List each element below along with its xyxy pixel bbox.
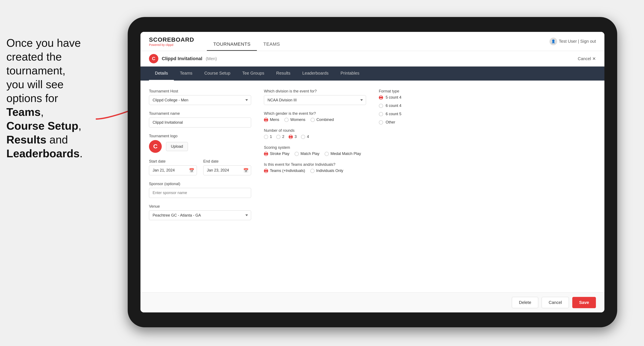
sub-nav: Details Teams Course Setup Tee Groups Re…	[140, 66, 604, 81]
form-footer: Delete Cancel Save	[140, 292, 604, 312]
date-row: Start date 📅 End date 📅	[149, 159, 251, 182]
breadcrumb-bar: C Clippd Invitational (Men) Cancel ✕	[140, 51, 604, 66]
intro-text: Once you have created the tournament, yo…	[0, 28, 119, 169]
rounds-radio-group: 1 2 3 4	[264, 135, 366, 139]
tournament-icon: C	[149, 54, 158, 63]
delete-button[interactable]: Delete	[512, 297, 538, 308]
cancel-button[interactable]: Cancel ✕	[578, 56, 596, 61]
teams-plus-dot	[264, 169, 268, 173]
scoring-group: Scoring system Stroke Play Match Play	[264, 145, 366, 156]
scoring-medal-match[interactable]: Medal Match Play	[324, 152, 361, 156]
rounds-1[interactable]: 1	[264, 135, 272, 139]
format-5count4[interactable]: 5 count 4	[379, 95, 460, 100]
end-date-label: End date	[203, 159, 251, 164]
format-6count4-dot	[379, 104, 383, 108]
venue-group: Venue Peachtree GC - Atlanta - GA	[149, 204, 251, 220]
logo-subtitle: Powered by clippd	[149, 43, 194, 46]
gender-combined[interactable]: Combined	[310, 118, 334, 122]
format-type-label: Format type	[379, 89, 460, 94]
teams-individuals-group: Is this event for Teams and/or Individua…	[264, 162, 366, 173]
gender-womens[interactable]: Womens	[284, 118, 306, 122]
tab-course-setup[interactable]: Course Setup	[198, 66, 236, 81]
division-group: Which division is the event for? NCAA Di…	[264, 89, 366, 105]
tournament-logo-group: Tournament logo C Upload	[149, 134, 251, 153]
user-sign-out[interactable]: Test User | Sign out	[559, 39, 596, 44]
nav-tab-teams[interactable]: TEAMS	[257, 38, 286, 51]
rounds-4[interactable]: 4	[301, 135, 309, 139]
format-6count5-dot	[379, 112, 383, 116]
calendar-icon-end: 📅	[243, 168, 248, 173]
end-date-wrapper: 📅	[203, 165, 251, 175]
scoring-stroke-dot	[264, 152, 268, 156]
tournament-name-group: Tournament name	[149, 111, 251, 128]
rounds-4-dot	[301, 135, 305, 139]
gender-mens[interactable]: Mens	[264, 118, 279, 122]
tab-details[interactable]: Details	[149, 66, 174, 81]
format-6count4[interactable]: 6 count 4	[379, 104, 460, 108]
tournament-logo-label: Tournament logo	[149, 134, 251, 138]
tournament-name: Clippd Invitational	[162, 56, 202, 61]
end-date-group: End date 📅	[203, 159, 251, 175]
form-area: Tournament Host Clippd College - Men Tou…	[140, 81, 604, 292]
sponsor-group: Sponsor (optional)	[149, 182, 251, 198]
teams-individuals-label: Is this event for Teams and/or Individua…	[264, 162, 366, 167]
scoring-stroke[interactable]: Stroke Play	[264, 152, 290, 156]
logo-upload-row: C Upload	[149, 140, 251, 153]
tournament-name-input[interactable]	[149, 118, 251, 128]
logo-title: SCOREBOARD	[149, 36, 194, 43]
cancel-form-button[interactable]: Cancel	[542, 297, 569, 308]
gender-womens-dot	[284, 118, 288, 122]
scoring-match[interactable]: Match Play	[294, 152, 320, 156]
format-other[interactable]: Other	[379, 120, 460, 125]
format-type-group: Format type 5 count 4 6 count 4 6 count …	[379, 89, 460, 125]
tab-tee-groups[interactable]: Tee Groups	[236, 66, 270, 81]
rounds-3-dot	[288, 135, 293, 139]
division-label: Which division is the event for?	[264, 89, 366, 94]
form-col-middle: Which division is the event for? NCAA Di…	[264, 89, 366, 227]
rounds-2-dot	[276, 135, 280, 139]
tab-printables[interactable]: Printables	[334, 66, 366, 81]
individuals-only[interactable]: Individuals Only	[310, 169, 343, 173]
individuals-only-dot	[310, 169, 314, 173]
rounds-group: Number of rounds 1 2	[264, 128, 366, 139]
start-date-group: Start date 📅	[149, 159, 197, 175]
upload-button[interactable]: Upload	[166, 142, 188, 151]
form-col-right: Format type 5 count 4 6 count 4 6 count …	[379, 89, 460, 227]
tournament-host-group: Tournament Host Clippd College - Men	[149, 89, 251, 105]
form-columns: Tournament Host Clippd College - Men Tou…	[149, 89, 596, 227]
app-header: SCOREBOARD Powered by clippd TOURNAMENTS…	[140, 32, 604, 51]
breadcrumb-left: C Clippd Invitational (Men)	[149, 54, 217, 63]
tournament-host-select[interactable]: Clippd College - Men	[149, 95, 251, 105]
rounds-label: Number of rounds	[264, 128, 366, 133]
nav-tab-tournaments[interactable]: TOURNAMENTS	[207, 38, 257, 51]
venue-select[interactable]: Peachtree GC - Atlanta - GA	[149, 210, 251, 220]
rounds-3[interactable]: 3	[288, 135, 297, 139]
tab-results[interactable]: Results	[270, 66, 296, 81]
scoring-label: Scoring system	[264, 145, 366, 150]
format-5count4-dot	[379, 95, 383, 100]
venue-label: Venue	[149, 204, 251, 209]
tablet-device: SCOREBOARD Powered by clippd TOURNAMENTS…	[128, 17, 617, 327]
tournament-gender: (Men)	[206, 56, 217, 61]
division-select[interactable]: NCAA Division III	[264, 95, 366, 105]
teams-plus-individuals[interactable]: Teams (+Individuals)	[264, 169, 305, 173]
sponsor-input[interactable]	[149, 188, 251, 198]
scoring-radio-group: Stroke Play Match Play Medal Match Play	[264, 152, 366, 156]
calendar-icon: 📅	[189, 168, 194, 173]
teams-individuals-radio-group: Teams (+Individuals) Individuals Only	[264, 169, 366, 173]
format-6count5[interactable]: 6 count 5	[379, 112, 460, 116]
logo-area: SCOREBOARD Powered by clippd	[149, 36, 194, 46]
start-date-label: Start date	[149, 159, 197, 164]
form-col-left: Tournament Host Clippd College - Men Tou…	[149, 89, 251, 227]
rounds-1-dot	[264, 135, 268, 139]
sponsor-label: Sponsor (optional)	[149, 182, 251, 186]
rounds-2[interactable]: 2	[276, 135, 284, 139]
main-nav: TOURNAMENTS TEAMS	[207, 32, 286, 51]
tab-leaderboards[interactable]: Leaderboards	[296, 66, 334, 81]
logo-circle: C	[149, 140, 162, 153]
save-button[interactable]: Save	[572, 297, 596, 308]
gender-combined-dot	[310, 118, 315, 122]
scoring-match-dot	[294, 152, 299, 156]
tab-teams[interactable]: Teams	[174, 66, 198, 81]
gender-group: Which gender is the event for? Mens Wome…	[264, 111, 366, 122]
